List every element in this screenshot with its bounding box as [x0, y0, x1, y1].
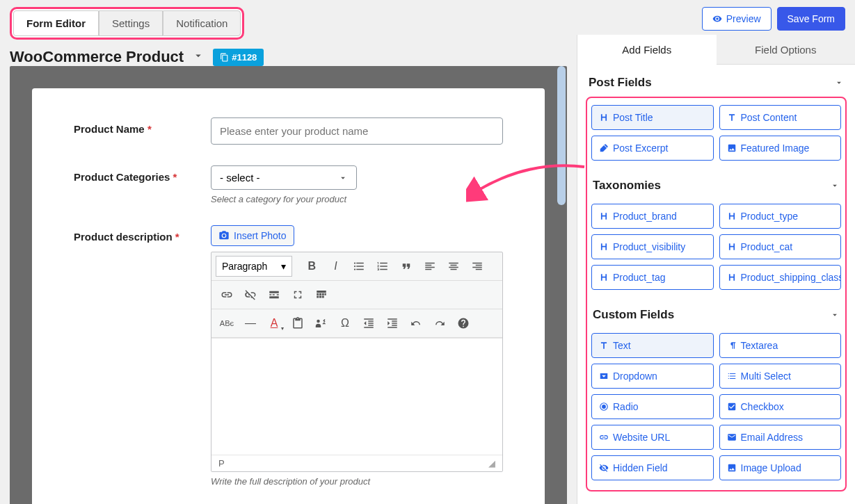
- preview-button[interactable]: Preview: [702, 7, 772, 31]
- hidden-icon: [599, 463, 609, 473]
- field-image-upload[interactable]: Image Upload: [719, 455, 842, 480]
- editor-statusbar: P ◢: [211, 455, 502, 471]
- field-hidden-field[interactable]: Hidden Field: [591, 455, 714, 480]
- pill-label: Textarea: [741, 340, 778, 351]
- resize-handle-icon[interactable]: ◢: [488, 458, 495, 469]
- field-product-visibility[interactable]: Product_visibility: [591, 234, 714, 259]
- description-help-text: Write the full description of your produ…: [211, 476, 503, 487]
- field-product-cat[interactable]: Product_cat: [719, 234, 842, 259]
- tab-settings[interactable]: Settings: [99, 10, 163, 36]
- heading-icon: [727, 242, 737, 252]
- section-custom-fields-header[interactable]: Custom Fields: [590, 297, 842, 329]
- editor-body[interactable]: [211, 338, 502, 455]
- custom-fields-grid: Text Textarea Dropdown Multi Select Radi…: [590, 329, 842, 487]
- help-button[interactable]: [452, 312, 474, 334]
- chevron-down-icon: [830, 310, 840, 320]
- section-taxonomies-header[interactable]: Taxonomies: [590, 168, 842, 200]
- field-product-type[interactable]: Product_type: [719, 204, 842, 229]
- field-radio[interactable]: Radio: [591, 394, 714, 419]
- product-categories-select[interactable]: - select -: [211, 165, 357, 190]
- camera-icon: [218, 230, 230, 241]
- pill-label: Product_brand: [613, 211, 677, 222]
- toolbar-toggle-button[interactable]: [310, 284, 333, 306]
- heading-icon: [727, 273, 737, 282]
- chevron-down-icon: [338, 173, 348, 183]
- align-right-button[interactable]: [466, 255, 488, 277]
- pill-label: Email Address: [741, 432, 803, 443]
- align-center-button[interactable]: [442, 255, 465, 277]
- pill-label: Post Title: [613, 112, 653, 123]
- tab-add-fields[interactable]: Add Fields: [577, 35, 717, 65]
- hr-button[interactable]: —: [239, 312, 262, 334]
- italic-button[interactable]: I: [324, 255, 346, 277]
- pill-label: Post Content: [741, 112, 797, 123]
- align-left-button[interactable]: [419, 255, 441, 277]
- select-value: - select -: [220, 172, 260, 184]
- top-actions: Preview Save Form: [702, 7, 845, 31]
- heading-icon: [599, 211, 609, 221]
- clear-format-button[interactable]: [310, 312, 333, 334]
- unlink-button[interactable]: [239, 284, 262, 306]
- image-icon: [727, 463, 737, 473]
- sidebar-body: Post Fields Post Title Post Content Post…: [577, 65, 855, 500]
- field-featured-image[interactable]: Featured Image: [719, 136, 842, 161]
- field-text[interactable]: Text: [591, 333, 714, 358]
- topbar: Form Editor Settings Notification Previe…: [0, 0, 855, 40]
- section-title: Taxonomies: [593, 179, 661, 193]
- link-button[interactable]: [216, 284, 238, 306]
- field-checkbox[interactable]: Checkbox: [719, 394, 842, 419]
- field-email-address[interactable]: Email Address: [719, 425, 842, 450]
- field-product-tag[interactable]: Product_tag: [591, 265, 714, 290]
- label-text: Product Categories: [74, 171, 170, 183]
- quote-button[interactable]: [395, 255, 417, 277]
- tab-form-editor[interactable]: Form Editor: [13, 10, 99, 36]
- outdent-button[interactable]: [358, 312, 380, 334]
- strikethrough-button[interactable]: ABє: [216, 312, 238, 334]
- bold-button[interactable]: B: [301, 255, 323, 277]
- section-post-fields-header[interactable]: Post Fields: [586, 65, 847, 97]
- email-icon: [727, 432, 737, 442]
- pill-label: Product_shipping_class: [741, 272, 842, 283]
- field-post-title[interactable]: Post Title: [591, 105, 714, 130]
- number-list-button[interactable]: [371, 255, 394, 277]
- indent-button[interactable]: [381, 312, 403, 334]
- field-product-name: Product Name *: [74, 117, 503, 145]
- scrollbar-handle[interactable]: [557, 66, 566, 205]
- field-website-url[interactable]: Website URL: [591, 425, 714, 450]
- field-post-content[interactable]: Post Content: [719, 105, 842, 130]
- pill-label: Post Excerpt: [613, 143, 668, 154]
- field-product-shipping-class[interactable]: Product_shipping_class: [719, 265, 842, 290]
- radio-icon: [599, 402, 609, 412]
- pill-label: Product_type: [741, 211, 799, 222]
- paragraph-select[interactable]: Paragraph ▾: [216, 256, 292, 277]
- save-form-button[interactable]: Save Form: [777, 7, 845, 31]
- field-post-excerpt[interactable]: Post Excerpt: [591, 136, 714, 161]
- excerpt-icon: [599, 143, 609, 153]
- undo-button[interactable]: [405, 312, 427, 334]
- paste-button[interactable]: [287, 312, 309, 334]
- field-product-brand[interactable]: Product_brand: [591, 204, 714, 229]
- field-textarea[interactable]: Textarea: [719, 333, 842, 358]
- product-name-input[interactable]: [211, 117, 503, 145]
- post-fields-grid: Post Title Post Content Post Excerpt Fea…: [590, 101, 842, 168]
- fullscreen-button[interactable]: [287, 284, 309, 306]
- form-canvas: Product Name * Product Categories * - se…: [32, 88, 545, 504]
- field-multi-select[interactable]: Multi Select: [719, 364, 842, 389]
- special-char-button[interactable]: Ω: [334, 312, 356, 334]
- pill-label: Checkbox: [741, 401, 784, 412]
- image-icon: [727, 143, 737, 153]
- sidebar: Add Fields Field Options Post Fields Pos…: [577, 35, 855, 504]
- tab-notification[interactable]: Notification: [163, 10, 241, 36]
- chevron-down-icon: [830, 181, 840, 190]
- heading-icon: [599, 242, 609, 252]
- bullet-list-button[interactable]: [348, 255, 370, 277]
- editor-toolbar-row-1: Paragraph ▾ B I: [211, 252, 502, 281]
- text-color-button[interactable]: A▾: [263, 312, 285, 334]
- section-title: Post Fields: [589, 76, 652, 90]
- insert-photo-button[interactable]: Insert Photo: [211, 225, 294, 246]
- read-more-button[interactable]: [263, 284, 285, 306]
- redo-button[interactable]: [429, 312, 451, 334]
- eye-icon: [712, 14, 722, 24]
- field-dropdown[interactable]: Dropdown: [591, 364, 714, 389]
- tab-field-options[interactable]: Field Options: [717, 35, 856, 65]
